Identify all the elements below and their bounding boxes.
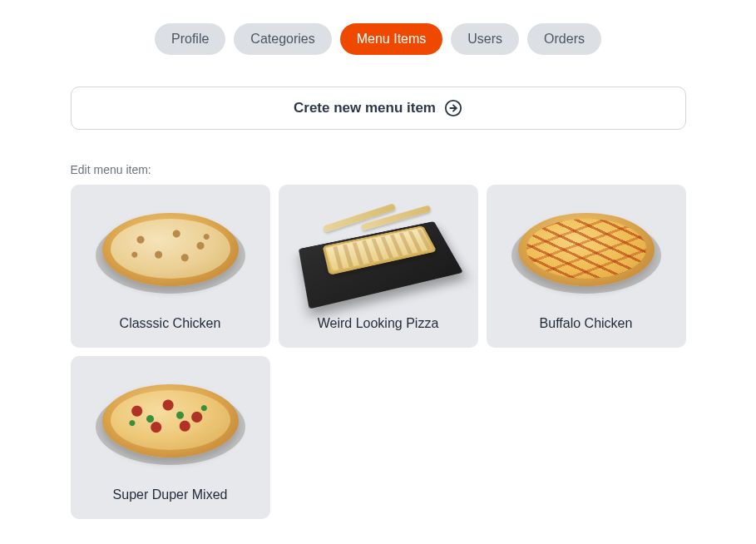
menu-item-card[interactable]: Buffalo Chicken (487, 185, 686, 348)
menu-item-title: Buffalo Chicken (497, 316, 676, 331)
menu-item-image (81, 198, 260, 306)
tab-menu-items[interactable]: Menu Items (340, 23, 443, 55)
tab-categories[interactable]: Categories (234, 23, 331, 55)
create-menu-item-label: Crete new menu item (294, 100, 436, 116)
create-menu-item-button[interactable]: Crete new menu item (71, 87, 686, 130)
tab-orders[interactable]: Orders (527, 23, 601, 55)
menu-item-image (289, 198, 468, 306)
menu-item-title: Classsic Chicken (81, 316, 260, 331)
menu-item-image (81, 369, 260, 477)
arrow-right-circle-icon (444, 99, 462, 117)
menu-item-title: Super Duper Mixed (81, 487, 260, 502)
tab-users[interactable]: Users (451, 23, 519, 55)
menu-item-card[interactable]: Super Duper Mixed (71, 356, 270, 519)
menu-item-title: Weird Looking Pizza (289, 316, 468, 331)
admin-tabs: Profile Categories Menu Items Users Orde… (71, 23, 686, 55)
menu-item-card[interactable]: Weird Looking Pizza (279, 185, 478, 348)
menu-items-grid: Classsic Chicken Weird Looking Pizza Buf… (71, 185, 686, 519)
edit-menu-item-label: Edit menu item: (71, 163, 686, 176)
menu-item-image (497, 198, 676, 306)
menu-item-card[interactable]: Classsic Chicken (71, 185, 270, 348)
tab-profile[interactable]: Profile (155, 23, 225, 55)
